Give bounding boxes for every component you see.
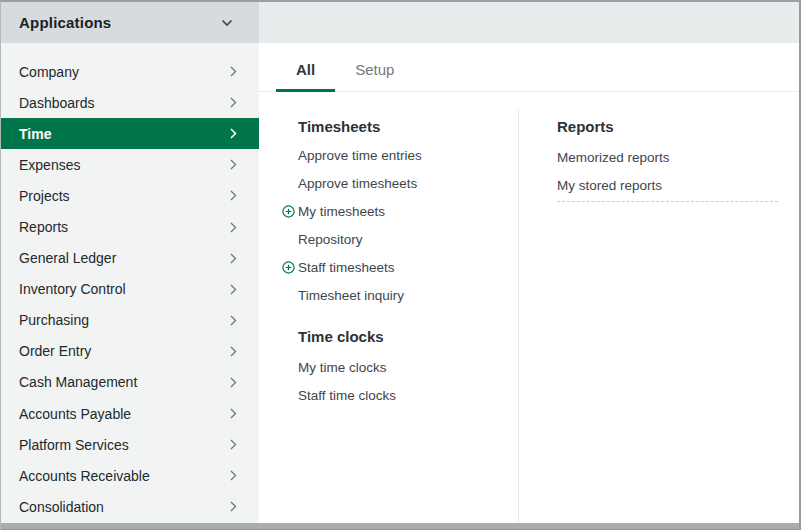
sidebar-item-purchasing[interactable]: Purchasing [1, 305, 259, 336]
sidebar-header-label: Applications [19, 14, 111, 31]
link-memorized-reports[interactable]: Memorized reports [557, 143, 778, 171]
section-title-time-clocks: Time clocks [298, 327, 518, 347]
sidebar-item-general-ledger[interactable]: General Ledger [1, 243, 259, 274]
chevron-right-icon [230, 190, 237, 201]
link-staff-timesheets[interactable]: Staff timesheets [298, 253, 518, 281]
main-panel: All Setup Timesheets Approve time entrie… [259, 2, 799, 523]
chevron-right-icon [230, 159, 237, 170]
sidebar-item-label: Cash Management [19, 374, 137, 390]
sidebar-item-label: Reports [19, 219, 68, 235]
link-my-stored-reports[interactable]: My stored reports [557, 171, 778, 199]
chevron-right-icon [230, 128, 237, 139]
application-window: Applications Company Dashboards Time Exp… [0, 0, 801, 530]
tab-all[interactable]: All [276, 61, 335, 91]
sidebar-item-consolidation[interactable]: Consolidation [1, 491, 259, 522]
chevron-right-icon [230, 501, 237, 512]
sidebar-item-dashboards[interactable]: Dashboards [1, 87, 259, 118]
sidebar-item-company[interactable]: Company [1, 56, 259, 87]
section-title-timesheets: Timesheets [298, 117, 518, 137]
link-approve-timesheets[interactable]: Approve timesheets [298, 169, 518, 197]
sidebar-item-inventory-control[interactable]: Inventory Control [1, 274, 259, 305]
sidebar-header-applications[interactable]: Applications [1, 2, 259, 43]
plus-circle-icon[interactable] [282, 205, 295, 218]
link-timesheet-inquiry[interactable]: Timesheet inquiry [298, 281, 518, 309]
sidebar-item-projects[interactable]: Projects [1, 180, 259, 211]
main-top-strip [259, 2, 799, 43]
timesheets-links: Approve time entries Approve timesheets … [298, 141, 518, 309]
sidebar-item-label: Inventory Control [19, 281, 126, 297]
sidebar-item-label: Company [19, 64, 79, 80]
sidebar-item-accounts-payable[interactable]: Accounts Payable [1, 398, 259, 429]
sidebar-item-label: Accounts Payable [19, 406, 131, 422]
sidebar-item-time[interactable]: Time [1, 118, 259, 149]
link-my-time-clocks[interactable]: My time clocks [298, 353, 518, 381]
tab-bar: All Setup [259, 43, 799, 92]
section-divider [557, 201, 778, 202]
link-approve-time-entries[interactable]: Approve time entries [298, 141, 518, 169]
link-my-timesheets[interactable]: My timesheets [298, 197, 518, 225]
sidebar-list: Company Dashboards Time Expenses Project… [1, 43, 259, 522]
plus-circle-icon[interactable] [282, 261, 295, 274]
chevron-right-icon [230, 315, 237, 326]
sidebar-item-label: General Ledger [19, 250, 116, 266]
time-clocks-links: My time clocks Staff time clocks [298, 353, 518, 409]
chevron-right-icon [230, 439, 237, 450]
sidebar-item-accounts-receivable[interactable]: Accounts Receivable [1, 460, 259, 491]
reports-links: Memorized reports My stored reports [557, 143, 778, 199]
sidebar-item-label: Time [19, 126, 51, 142]
sidebar-item-label: Projects [19, 188, 70, 204]
link-staff-time-clocks[interactable]: Staff time clocks [298, 381, 518, 409]
window-bottom-edge [1, 523, 799, 530]
menu-content: Timesheets Approve time entries Approve … [259, 92, 799, 523]
sidebar-item-label: Consolidation [19, 499, 104, 515]
chevron-right-icon [230, 66, 237, 77]
sidebar-item-label: Dashboards [19, 95, 95, 111]
link-repository[interactable]: Repository [298, 225, 518, 253]
sidebar-item-label: Accounts Receivable [19, 468, 150, 484]
sidebar-item-label: Platform Services [19, 437, 129, 453]
chevron-right-icon [230, 346, 237, 357]
sidebar-item-platform-services[interactable]: Platform Services [1, 429, 259, 460]
section-title-reports: Reports [557, 117, 778, 137]
applications-sidebar: Applications Company Dashboards Time Exp… [1, 2, 259, 523]
chevron-right-icon [230, 408, 237, 419]
sidebar-item-label: Order Entry [19, 343, 91, 359]
sidebar-item-order-entry[interactable]: Order Entry [1, 336, 259, 367]
chevron-right-icon [230, 470, 237, 481]
link-label: Staff timesheets [298, 260, 395, 275]
chevron-right-icon [230, 222, 237, 233]
chevron-right-icon [230, 253, 237, 264]
sidebar-item-expenses[interactable]: Expenses [1, 149, 259, 180]
chevron-right-icon [230, 377, 237, 388]
link-label: My timesheets [298, 204, 385, 219]
chevron-down-icon [221, 19, 233, 27]
chevron-right-icon [230, 97, 237, 108]
sidebar-item-reports[interactable]: Reports [1, 211, 259, 242]
column-reports: Reports Memorized reports My stored repo… [519, 109, 799, 523]
sidebar-item-label: Purchasing [19, 312, 89, 328]
tab-setup[interactable]: Setup [335, 61, 414, 91]
chevron-right-icon [230, 284, 237, 295]
sidebar-item-cash-management[interactable]: Cash Management [1, 367, 259, 398]
sidebar-item-label: Expenses [19, 157, 80, 173]
column-timesheets: Timesheets Approve time entries Approve … [259, 109, 519, 523]
